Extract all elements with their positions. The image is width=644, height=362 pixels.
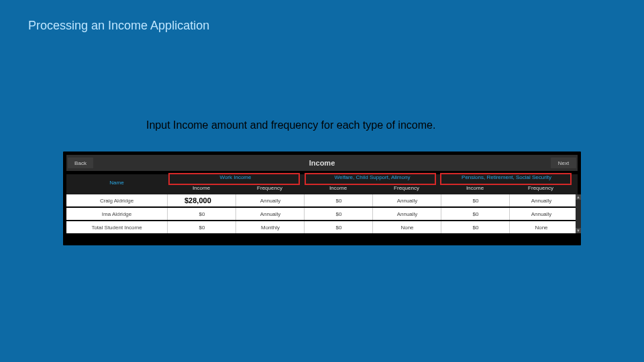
sub-wcs-freq: Frequency xyxy=(372,185,441,194)
typed-income-value: $28,000 xyxy=(184,196,211,204)
slide-title: Processing an Income Application xyxy=(28,19,209,33)
table-header: Name Work Income Welfare, Child Support,… xyxy=(66,174,578,194)
cell: Total Student Income xyxy=(66,221,167,233)
scroll-up-icon[interactable]: ▲ xyxy=(576,194,581,200)
table-body: Craig AldridgeAnnually$0Annually$0Annual… xyxy=(66,194,578,235)
cell: Craig Aldridge xyxy=(66,194,167,206)
cell[interactable]: Annually xyxy=(372,194,441,206)
cell[interactable]: $0 xyxy=(304,221,373,233)
table-row: Craig AldridgeAnnually$0Annually$0Annual… xyxy=(66,194,578,206)
cell[interactable]: Monthly xyxy=(235,221,305,233)
scrollbar[interactable]: ▲ ▼ xyxy=(576,194,581,233)
cell[interactable]: $0 xyxy=(167,208,236,220)
cell[interactable]: $0 xyxy=(441,194,510,206)
cell[interactable]: Annually xyxy=(235,194,305,206)
cell[interactable]: Annually xyxy=(509,208,573,220)
cell[interactable]: $0 xyxy=(304,208,373,220)
sub-work-freq: Frequency xyxy=(235,185,304,194)
col-name: Name xyxy=(66,180,167,189)
sub-wcs-income: Income xyxy=(304,185,372,194)
table-row: Total Student Income$0Monthly$0None$0Non… xyxy=(66,221,578,233)
scroll-down-icon[interactable]: ▼ xyxy=(576,228,581,233)
cell[interactable]: None xyxy=(372,221,441,233)
sub-pen-freq: Frequency xyxy=(509,185,572,194)
back-button[interactable]: Back xyxy=(68,158,93,168)
cell[interactable]: Annually xyxy=(235,208,305,220)
table-row: Ima Aldridge$0Annually$0Annually$0Annual… xyxy=(66,208,578,220)
cell: Ima Aldridge xyxy=(66,208,167,220)
cell[interactable]: $0 xyxy=(441,221,510,233)
instruction-text: Input Income amount and frequency for ea… xyxy=(146,119,435,131)
cell[interactable]: $0 xyxy=(167,221,236,233)
sub-pen-income: Income xyxy=(441,185,509,194)
group-welfare: Welfare, Child Support, Alimony xyxy=(304,174,441,184)
cell[interactable]: Annually xyxy=(509,194,573,206)
sub-work-income: Income xyxy=(167,185,235,194)
group-work-income: Work Income xyxy=(167,174,304,184)
income-app-screenshot: Back Income Next Name Work Income Welfar… xyxy=(63,152,581,245)
cell[interactable]: Annually xyxy=(372,208,441,220)
cell[interactable]: $0 xyxy=(304,194,373,206)
panel-header-bar: Back Income Next xyxy=(66,155,578,171)
cell[interactable]: $0 xyxy=(441,208,510,220)
cell[interactable]: None xyxy=(509,221,573,233)
panel-title: Income xyxy=(309,159,335,167)
group-pension: Pensions, Retirement, Social Security xyxy=(441,174,572,184)
next-button[interactable]: Next xyxy=(551,158,576,168)
